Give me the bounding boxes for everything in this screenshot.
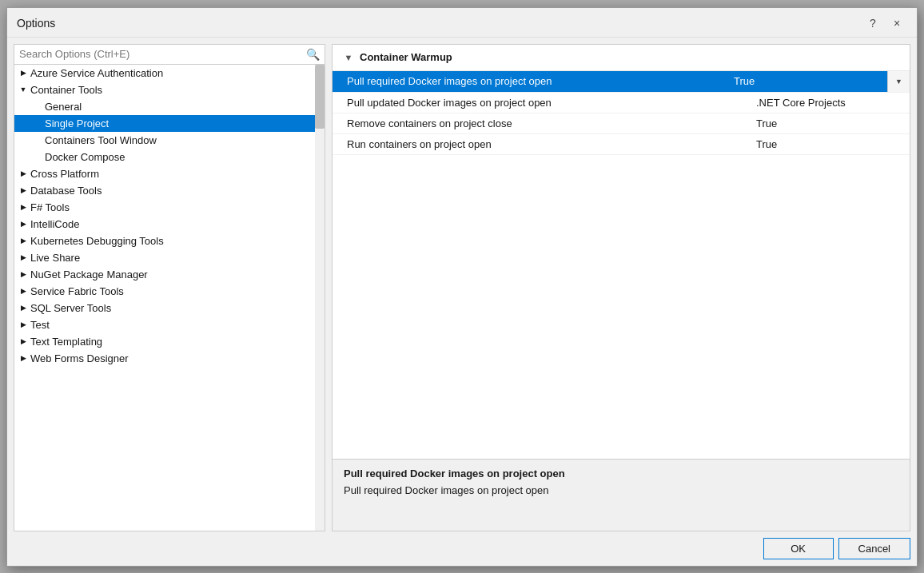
tree-item-container-tools[interactable]: ▼Container Tools xyxy=(14,82,325,98)
section-header: ▼ Container Warmup xyxy=(333,45,910,71)
expand-tree-icon[interactable]: ▶ xyxy=(18,285,29,296)
setting-name-2: Remove containers on project close xyxy=(333,114,750,133)
tree-item-label: Container Tools xyxy=(30,84,102,96)
tree-item-live-share[interactable]: ▶Live Share xyxy=(14,249,325,266)
description-text: Pull required Docker images on project o… xyxy=(344,484,898,496)
tree-item-service-fabric-tools[interactable]: ▶Service Fabric Tools xyxy=(14,283,325,300)
setting-dropdown-0[interactable]: ▼ xyxy=(887,71,910,92)
dialog-title: Options xyxy=(17,17,55,30)
dialog-body: 🔍 ▶Azure Service Authentication▼Containe… xyxy=(7,38,917,531)
tree-item-label: Docker Compose xyxy=(45,151,125,163)
setting-value-3: True xyxy=(750,135,910,153)
title-bar-buttons: ? × xyxy=(862,14,907,32)
tree-item-test[interactable]: ▶Test xyxy=(14,316,325,333)
tree-item-general[interactable]: General xyxy=(14,98,325,115)
expand-tree-icon[interactable]: ▶ xyxy=(18,269,29,280)
options-tree-panel: 🔍 ▶Azure Service Authentication▼Containe… xyxy=(14,44,325,531)
tree-item-label: IntelliCode xyxy=(30,218,79,230)
setting-value-0: True xyxy=(727,72,887,90)
cancel-button[interactable]: Cancel xyxy=(838,538,910,559)
tree-item-label: Containers Tool Window xyxy=(45,134,157,146)
tree-spacer xyxy=(32,101,43,112)
settings-panel: ▼ Container Warmup Pull required Docker … xyxy=(332,44,910,531)
expand-tree-icon[interactable]: ▶ xyxy=(18,67,29,78)
tree-item-label: SQL Server Tools xyxy=(30,302,111,314)
settings-row-3[interactable]: Run containers on project openTrue xyxy=(333,134,910,155)
settings-row-1[interactable]: Pull updated Docker images on project op… xyxy=(333,93,910,113)
dialog-footer: OK Cancel xyxy=(7,531,917,566)
tree-item-label: Cross Platform xyxy=(30,168,99,180)
expand-tree-icon[interactable]: ▶ xyxy=(18,168,29,179)
setting-value-1: .NET Core Projects xyxy=(750,94,910,112)
settings-row-0[interactable]: Pull required Docker images on project o… xyxy=(333,71,910,93)
search-icon: 🔍 xyxy=(306,48,320,61)
ok-button[interactable]: OK xyxy=(763,538,834,559)
options-dialog: Options ? × 🔍 ▶Azure Service Authenticat… xyxy=(6,7,918,567)
tree-item-label: Web Forms Designer xyxy=(30,352,129,364)
setting-name-0: Pull required Docker images on project o… xyxy=(333,72,727,90)
tree-item-label: Live Share xyxy=(30,252,80,264)
tree-item-text-templating[interactable]: ▶Text Templating xyxy=(14,333,325,350)
expand-tree-icon[interactable]: ▶ xyxy=(18,319,29,330)
description-title: Pull required Docker images on project o… xyxy=(344,468,898,479)
expand-tree-icon[interactable]: ▶ xyxy=(18,201,29,213)
title-bar: Options ? × xyxy=(7,8,917,38)
tree-item-single-project[interactable]: Single Project xyxy=(14,115,325,132)
expand-tree-icon[interactable]: ▶ xyxy=(18,302,29,313)
tree-item-label: Azure Service Authentication xyxy=(30,67,163,79)
expand-tree-icon[interactable]: ▶ xyxy=(18,235,29,246)
tree-item-label: Test xyxy=(30,319,50,331)
search-bar: 🔍 xyxy=(14,45,325,65)
expand-tree-icon[interactable]: ▶ xyxy=(18,336,29,347)
tree-item-sql-server-tools[interactable]: ▶SQL Server Tools xyxy=(14,300,325,316)
settings-rows: Pull required Docker images on project o… xyxy=(333,71,910,155)
expand-tree-icon[interactable]: ▶ xyxy=(18,252,29,263)
settings-area: ▼ Container Warmup Pull required Docker … xyxy=(332,44,910,460)
tree-item-fsharp-tools[interactable]: ▶F# Tools xyxy=(14,199,325,216)
setting-name-3: Run containers on project open xyxy=(333,135,750,153)
tree-item-label: Kubernetes Debugging Tools xyxy=(30,235,164,247)
tree-item-label: Database Tools xyxy=(30,185,102,197)
section-title: Container Warmup xyxy=(360,51,452,63)
tree-spacer xyxy=(32,134,43,145)
tree-item-database-tools[interactable]: ▶Database Tools xyxy=(14,182,325,199)
collapse-tree-icon[interactable]: ▼ xyxy=(18,84,29,95)
expand-tree-icon[interactable]: ▶ xyxy=(18,218,29,229)
tree-item-label: F# Tools xyxy=(30,201,70,213)
tree-item-azure-service-auth[interactable]: ▶Azure Service Authentication xyxy=(14,65,325,82)
options-tree: ▶Azure Service Authentication▼Container … xyxy=(14,65,325,531)
setting-name-1: Pull updated Docker images on project op… xyxy=(333,94,750,112)
help-button[interactable]: ? xyxy=(862,14,883,32)
expand-tree-icon[interactable]: ▶ xyxy=(18,352,29,364)
tree-spacer xyxy=(32,151,43,162)
close-button[interactable]: × xyxy=(886,14,907,32)
description-area: Pull required Docker images on project o… xyxy=(332,460,910,531)
setting-value-2: True xyxy=(750,114,910,133)
settings-row-2[interactable]: Remove containers on project closeTrue xyxy=(333,113,910,134)
expand-tree-icon[interactable]: ▶ xyxy=(18,185,29,196)
tree-item-label: NuGet Package Manager xyxy=(30,269,148,281)
tree-item-nuget-package-manager[interactable]: ▶NuGet Package Manager xyxy=(14,266,325,283)
tree-item-containers-tool-window[interactable]: Containers Tool Window xyxy=(14,132,325,149)
tree-item-label: Single Project xyxy=(45,117,109,129)
search-input[interactable] xyxy=(19,48,306,60)
tree-spacer xyxy=(32,117,43,129)
tree-item-label: Text Templating xyxy=(30,336,102,348)
tree-item-docker-compose[interactable]: Docker Compose xyxy=(14,149,325,165)
tree-item-label: Service Fabric Tools xyxy=(30,285,124,297)
settings-section: ▼ Container Warmup Pull required Docker … xyxy=(333,45,910,459)
tree-item-label: General xyxy=(45,101,82,113)
tree-item-web-forms-designer[interactable]: ▶Web Forms Designer xyxy=(14,350,325,367)
tree-item-cross-platform[interactable]: ▶Cross Platform xyxy=(14,165,325,182)
tree-item-intellicode[interactable]: ▶IntelliCode xyxy=(14,216,325,233)
collapse-icon[interactable]: ▼ xyxy=(342,51,355,64)
tree-item-kubernetes-debugging[interactable]: ▶Kubernetes Debugging Tools xyxy=(14,233,325,249)
